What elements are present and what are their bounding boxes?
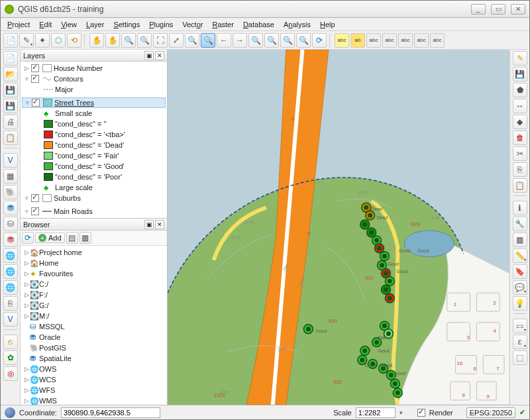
browser-close-button[interactable]: ✕	[155, 220, 164, 229]
svg-text:Good: Good	[365, 363, 376, 368]
save-button[interactable]: 💾	[3, 83, 18, 97]
maximize-button[interactable]: ▭	[491, 4, 505, 15]
bookmark-button[interactable]: 🔖	[513, 264, 527, 279]
layers-close-button[interactable]: ✕	[155, 51, 164, 60]
layers-dock-button[interactable]: ▣	[144, 51, 154, 60]
menu-settings[interactable]: Settings	[109, 19, 144, 30]
add-spatialite-button[interactable]: ⛃	[3, 201, 18, 215]
open-button[interactable]: 📂	[3, 67, 18, 81]
select-tool-button[interactable]: ▭▾	[513, 319, 527, 333]
label-tool-7[interactable]: abc	[430, 33, 445, 48]
tips-button[interactable]: 💡	[513, 296, 527, 311]
browser-refresh-button[interactable]: ⟳	[22, 232, 34, 244]
print-composer-button[interactable]: 🖨	[3, 115, 18, 129]
identify-tool-button[interactable]: ℹ	[513, 201, 527, 215]
pan-to-selection-button[interactable]: ✋	[105, 33, 120, 48]
crs-status-icon[interactable]: ✔	[519, 408, 525, 417]
refresh-button[interactable]: 🔍	[248, 33, 263, 48]
pan-button[interactable]: ✋	[89, 33, 104, 48]
label-tool-3[interactable]: abc	[366, 33, 381, 48]
copy-button[interactable]: ⎘	[513, 162, 527, 177]
measure-button[interactable]: 📏▾	[513, 248, 527, 263]
add-oracle-button[interactable]: ⛃	[3, 233, 18, 247]
topo-button[interactable]: ⬡	[51, 33, 66, 48]
edit-save-button[interactable]: 💾	[513, 67, 527, 81]
delete-button[interactable]: 🗑	[513, 131, 527, 145]
move-feature-button[interactable]: ↔	[513, 99, 527, 113]
menu-project[interactable]: Project	[3, 19, 34, 30]
menu-help[interactable]: Help	[316, 19, 339, 30]
snap-button[interactable]: ⟲	[67, 33, 81, 48]
browser-tree[interactable]: ▷🏠Project home ▷🏠Home ▷★Favourites ▷💽C:/…	[21, 246, 167, 405]
select-button[interactable]: 🔍	[280, 33, 295, 48]
label-tool-1[interactable]: abc	[335, 33, 349, 48]
zoom-last-button[interactable]: ←	[217, 33, 231, 48]
menu-vector[interactable]: Vector	[178, 19, 207, 30]
crs-button[interactable]: EPSG:20250	[466, 407, 515, 418]
render-checkbox[interactable]	[417, 409, 425, 417]
menu-analysis[interactable]: Analysis	[280, 19, 315, 30]
add-wcs-button[interactable]: 🌐	[3, 264, 18, 279]
grass-button[interactable]: ✿	[3, 350, 18, 365]
add-csv-button[interactable]: ⎘	[3, 296, 18, 311]
map-canvas[interactable]: -2 m -2 m -7m 6 m 3 m 4 m 2 m 1 m 0 0 92…	[168, 50, 509, 405]
identify-button[interactable]: 🔍	[264, 33, 279, 48]
add-feature-button[interactable]: ⬟	[513, 83, 527, 97]
browser-filter-button[interactable]: ▤	[66, 232, 78, 244]
deselect-all-button[interactable]: ⬚	[513, 350, 527, 365]
globe-icon[interactable]	[5, 407, 15, 418]
browser-collapse-button[interactable]: ▦	[80, 232, 91, 244]
node-button[interactable]: ◆	[513, 115, 527, 129]
cut-button[interactable]: ✂	[513, 146, 527, 161]
zoom-full-button[interactable]: ⤢	[169, 33, 184, 48]
zoom-layer-button[interactable]: 🔍	[201, 33, 215, 48]
field-calc-button[interactable]: 🔧	[513, 217, 527, 231]
edit-pencil-button[interactable]: ✎	[513, 51, 527, 66]
zoom-selection-button[interactable]: 🔍	[185, 33, 199, 48]
zoom-next-button[interactable]: →	[233, 33, 247, 48]
zoom-in-button[interactable]: 🔍	[121, 33, 136, 48]
add-wms-button[interactable]: 🌐	[3, 248, 18, 263]
saveas-button[interactable]: 💾	[3, 99, 18, 113]
menu-database[interactable]: Database	[239, 19, 278, 30]
menu-layer[interactable]: Layer	[82, 19, 109, 30]
annotation-button[interactable]: 💬▾	[513, 280, 527, 295]
paste-button[interactable]: 📋	[513, 178, 527, 193]
coord-input[interactable]	[61, 407, 160, 418]
metasearch-button[interactable]: ◎	[3, 366, 18, 381]
add-raster-button[interactable]: ▦	[3, 169, 18, 184]
menu-view[interactable]: View	[57, 19, 81, 30]
add-postgis-button[interactable]: 🐘	[3, 185, 18, 199]
browser-add-button[interactable]: +Add	[35, 233, 65, 243]
node-tool-button[interactable]: ✦	[35, 33, 50, 48]
browser-dock-button[interactable]: ▣	[144, 220, 154, 229]
deselect-button[interactable]: 🔍	[296, 33, 311, 48]
svg-text:9: 9	[486, 394, 490, 399]
label-tool-4[interactable]: abc	[382, 33, 397, 48]
new-button[interactable]: 📄	[3, 51, 18, 66]
label-tool-6[interactable]: abc	[414, 33, 429, 48]
svg-point-71	[362, 348, 367, 353]
new-project-button[interactable]: 📄	[3, 33, 18, 48]
scale-input[interactable]	[356, 407, 396, 418]
table-button[interactable]: ▦	[513, 233, 527, 247]
add-mssql-button[interactable]: ⛁	[3, 217, 18, 231]
save-edits-button[interactable]: ✎▾	[19, 33, 34, 48]
zoom-native-button[interactable]: ⛶	[153, 33, 168, 48]
minimize-button[interactable]: _	[471, 4, 486, 15]
label-tool-2[interactable]: ab	[350, 33, 365, 48]
layers-tree[interactable]: ▷House Number ▿Contours Major ▿Street Tr…	[21, 62, 167, 218]
zoom-out-button[interactable]: 🔍	[137, 33, 152, 48]
menu-edit[interactable]: Edit	[35, 19, 56, 30]
close-button[interactable]: ✕	[511, 4, 525, 15]
add-vector-button[interactable]: V	[3, 153, 18, 168]
select-expr-button[interactable]: ε▾	[513, 335, 527, 349]
label-tool-5[interactable]: abc	[398, 33, 413, 48]
new-shapefile-button[interactable]: V	[3, 312, 18, 327]
add-wfs-button[interactable]: 🌐	[3, 280, 18, 295]
composer-manager-button[interactable]: 📋	[3, 131, 18, 145]
menu-plugins[interactable]: Plugins	[145, 19, 177, 30]
gps-button[interactable]: ⎋	[3, 335, 18, 349]
refresh2-button[interactable]: ⟳	[312, 33, 327, 48]
menu-raster[interactable]: Raster	[208, 19, 237, 30]
